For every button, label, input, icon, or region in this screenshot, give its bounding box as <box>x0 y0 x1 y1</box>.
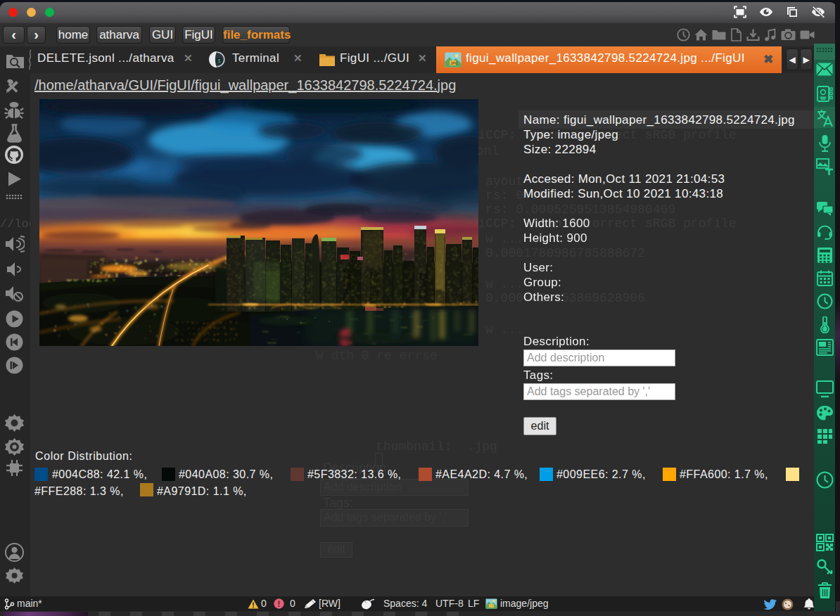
svg-text:$: $ <box>218 58 221 64</box>
svg-text:JPG: JPG <box>450 61 458 65</box>
